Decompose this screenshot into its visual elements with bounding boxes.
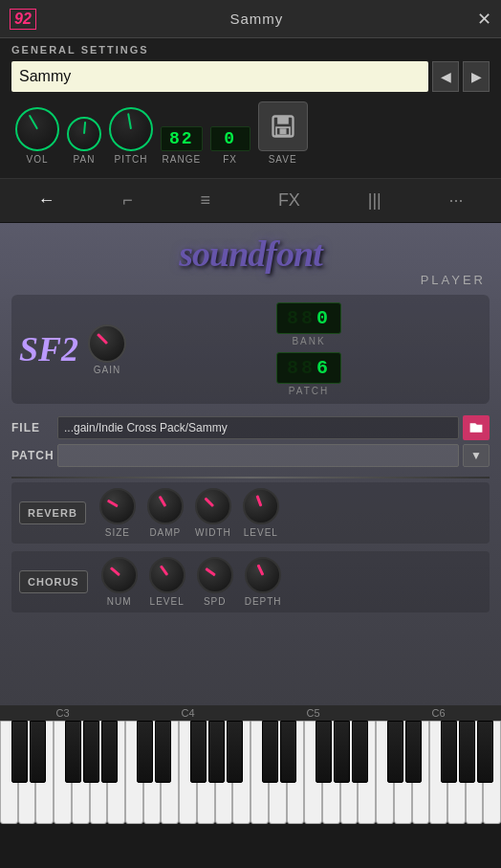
chorus-knobs: NUM LEVEL SPD — [101, 557, 282, 607]
range-group: 82 RANGE — [161, 126, 203, 165]
patch-row: PATCH ▼ — [11, 444, 490, 467]
num-knob[interactable] — [101, 557, 138, 593]
size-knob[interactable] — [99, 488, 136, 524]
patch-display[interactable]: 886 — [276, 352, 341, 384]
reverb-row: REVERB SIZE DAMP — [19, 488, 482, 538]
width-knob[interactable] — [195, 488, 231, 524]
black-key[interactable] — [83, 721, 99, 783]
vol-knob-group: VOL — [15, 107, 59, 165]
range-display[interactable]: 82 — [161, 126, 203, 151]
preset-row: ◀ ▶ — [11, 61, 490, 92]
window-title: Sammy — [229, 11, 283, 27]
tab-back[interactable]: ← — [30, 187, 62, 214]
next-preset-button[interactable]: ▶ — [463, 61, 490, 92]
black-key[interactable] — [477, 721, 493, 783]
damp-knob[interactable] — [147, 488, 184, 524]
size-label: SIZE — [105, 527, 130, 538]
tab-more[interactable]: ··· — [442, 187, 471, 214]
chorus-level-knob-group: LEVEL — [149, 557, 185, 607]
reverb-level-knob-group: LEVEL — [243, 488, 279, 538]
folder-icon — [468, 421, 484, 434]
svg-rect-1 — [277, 117, 289, 124]
pitch-indicator — [127, 113, 132, 129]
black-key[interactable] — [190, 721, 207, 783]
black-key[interactable] — [387, 721, 403, 783]
depth-knob-indicator — [257, 564, 265, 575]
spd-knob[interactable] — [197, 557, 233, 593]
vol-indicator — [29, 115, 38, 130]
black-key[interactable] — [30, 721, 46, 783]
black-key[interactable] — [11, 721, 28, 783]
reverb-level-knob[interactable] — [243, 488, 279, 524]
divider-1 — [11, 477, 490, 479]
preset-name-input[interactable] — [11, 61, 428, 92]
black-key[interactable] — [316, 721, 332, 783]
piano-section: C3 C4 C5 C6 — [0, 705, 501, 830]
save-button[interactable] — [258, 101, 308, 151]
patch-dropdown-button[interactable]: ▼ — [463, 444, 490, 467]
black-key[interactable] — [334, 721, 350, 783]
bank-patch-group: 880 BANK 886 PATCH — [136, 302, 482, 396]
fx-value: 0 — [224, 129, 236, 148]
patch-input[interactable] — [57, 444, 459, 467]
gain-label: GAIN — [94, 365, 120, 375]
black-key[interactable] — [137, 721, 153, 783]
fx-display[interactable]: 0 — [210, 126, 250, 151]
bank-value: 0 — [316, 307, 331, 329]
bank-display[interactable]: 880 — [276, 302, 341, 334]
pitch-label: PITCH — [115, 154, 148, 165]
depth-knob[interactable] — [245, 557, 281, 593]
tab-mixer[interactable]: ||| — [360, 187, 389, 214]
black-key[interactable] — [208, 721, 225, 783]
black-key[interactable] — [227, 721, 243, 783]
depth-knob-group: DEPTH — [245, 557, 282, 607]
chorus-level-indicator — [160, 565, 168, 576]
black-key[interactable] — [155, 721, 171, 783]
black-key[interactable] — [441, 721, 457, 783]
pitch-knob-group: PITCH — [109, 107, 153, 165]
piano-label-c3: C3 — [0, 707, 125, 719]
close-button[interactable]: ✕ — [477, 9, 491, 30]
gain-knob[interactable] — [88, 324, 126, 363]
spd-knob-indicator — [205, 568, 216, 576]
file-browse-button[interactable] — [463, 415, 490, 440]
reverb-button[interactable]: REVERB — [19, 501, 86, 524]
vol-label: VOL — [26, 154, 48, 165]
black-key[interactable] — [459, 721, 475, 783]
vol-knob[interactable] — [15, 107, 59, 151]
black-key[interactable] — [280, 721, 296, 783]
svg-rect-3 — [279, 128, 286, 134]
damp-label: DAMP — [149, 527, 181, 538]
tab-envelope[interactable]: ⌐ — [115, 187, 141, 214]
tab-settings[interactable]: ≡ — [193, 187, 219, 214]
black-key[interactable] — [101, 721, 118, 783]
chorus-level-knob[interactable] — [149, 557, 185, 593]
tab-fx[interactable]: FX — [271, 187, 308, 214]
file-path-display: ...gain/Indie Cross Pack/Sammy — [57, 416, 459, 439]
pan-knob-group: PAN — [67, 117, 101, 165]
black-key[interactable] — [352, 721, 368, 783]
pitch-knob[interactable] — [109, 107, 153, 151]
chorus-button[interactable]: CHORUS — [19, 570, 88, 593]
width-label: WIDTH — [195, 527, 231, 538]
black-key[interactable] — [65, 721, 81, 783]
file-label: FILE — [11, 421, 54, 434]
piano-label-c4: C4 — [125, 707, 250, 719]
range-value: 82 — [169, 129, 194, 148]
spd-label: SPD — [204, 596, 227, 607]
sf2-text: SF2 — [19, 332, 78, 367]
sf-title: soundfont — [11, 233, 490, 275]
prev-preset-button[interactable]: ◀ — [432, 61, 459, 92]
num-knob-indicator — [110, 567, 120, 576]
patch-value: 6 — [316, 357, 331, 379]
sf2-label-box: SF2 — [19, 332, 78, 367]
black-key[interactable] — [262, 721, 278, 783]
black-key[interactable] — [405, 721, 422, 783]
patch-item: 886 PATCH — [136, 352, 482, 396]
pan-knob[interactable] — [67, 117, 101, 151]
chorus-row: CHORUS NUM LEVEL — [19, 557, 482, 607]
chorus-level-label: LEVEL — [150, 596, 185, 607]
patch-label: PATCH — [289, 386, 329, 396]
file-patch-section: FILE ...gain/Indie Cross Pack/Sammy PATC… — [11, 415, 490, 467]
pan-label: PAN — [74, 154, 96, 165]
